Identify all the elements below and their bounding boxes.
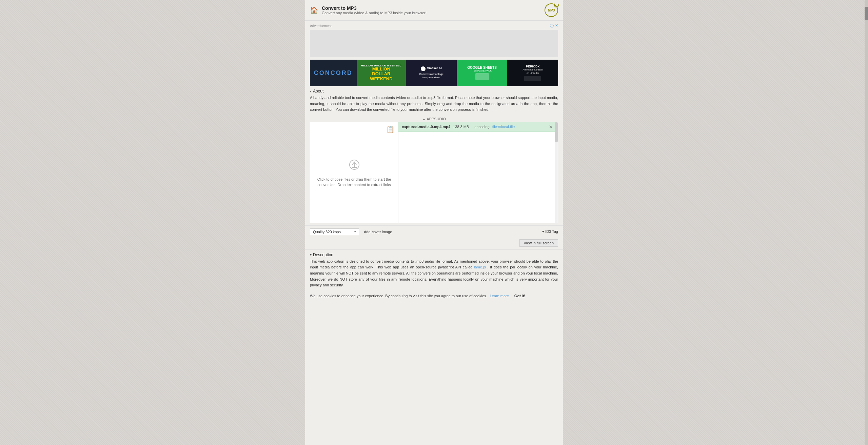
about-arrow: ▾ — [310, 89, 312, 93]
clipboard-icon: 📋 — [386, 125, 395, 134]
ad-label: Advertisement ⓘ ✕ — [310, 23, 558, 28]
promo-card-period[interactable]: PERIODX Automate outreachon LinkedIn — [507, 60, 558, 86]
file-local-link[interactable]: file:///local-file — [492, 125, 515, 129]
quality-select[interactable]: Quality 320 kbps ▾ — [310, 228, 359, 235]
period-tagline: Automate outreachon LinkedIn — [523, 68, 543, 74]
vmaker-brand: Vmaker AI — [427, 66, 442, 70]
promo-carousel: CONCORD MILLION DOLLAR WEEKEND MILLIONDO… — [310, 60, 558, 86]
got-it-button[interactable]: Got it! — [514, 294, 525, 298]
controls-bar: Quality 320 kbps ▾ Add cover image ▾ ID3… — [305, 225, 563, 238]
conversion-panel: captured-media-0.mp4.mp4 138.3 MB encodi… — [398, 122, 558, 223]
ad-banner — [310, 30, 558, 57]
drop-zone[interactable]: 📋 Click to choose files or drag them to … — [310, 122, 398, 223]
app-subtitle: Convert any media (video & audio) to MP3… — [322, 11, 427, 15]
drop-zone-text: Click to choose files or drag them to st… — [317, 177, 391, 188]
about-toggle[interactable]: ▾ About — [310, 89, 558, 94]
quality-dropdown-arrow: ▾ — [354, 230, 356, 234]
cover-image-label: cover image — [372, 230, 392, 234]
id3-tag-label: ▾ ID3 Tag — [542, 229, 558, 234]
file-info-bar: captured-media-0.mp4.mp4 138.3 MB encodi… — [398, 122, 558, 132]
add-label: Add — [364, 230, 371, 234]
id3-tag-button[interactable]: ▾ ID3 Tag — [542, 229, 558, 234]
description-label: Description — [313, 252, 333, 257]
about-section: ▾ About A handy and reliable tool to con… — [305, 86, 563, 114]
scrollbar-track[interactable] — [555, 122, 558, 223]
sheets-sub: TEMPLATE PACK — [472, 69, 492, 72]
file-size: 138.3 MB — [453, 125, 469, 129]
app-area: 📋 Click to choose files or drag them to … — [310, 122, 558, 223]
quality-value: 320 kbps — [326, 230, 341, 234]
about-text: A handy and reliable tool to convert med… — [310, 95, 558, 113]
file-name: captured-media-0.mp4.mp4 — [402, 125, 450, 129]
header-text: Convert to MP3 Convert any media (video … — [322, 5, 427, 15]
learn-more-link[interactable]: Learn more — [490, 294, 509, 298]
window-scrollbar-thumb[interactable] — [865, 7, 868, 20]
add-cover-button[interactable]: Add cover image — [362, 229, 394, 235]
period-brand: PERIODX — [526, 65, 540, 68]
conversion-content — [398, 132, 558, 217]
ad-info-icon[interactable]: ⓘ — [550, 23, 554, 28]
description-section: ▾ Description This web application is de… — [305, 249, 563, 291]
about-label: About — [313, 89, 323, 94]
lame-js-link[interactable]: lame.js — [474, 265, 486, 269]
vmaker-tagline: Convert raw footageinto pro videos — [419, 73, 443, 80]
cookies-text: We use cookies to enhance your experienc… — [310, 294, 487, 298]
ad-icons: ⓘ ✕ — [550, 23, 558, 28]
description-toggle[interactable]: ▾ Description — [310, 252, 558, 257]
ad-close-icon[interactable]: ✕ — [555, 23, 558, 28]
promo-card-million[interactable]: MILLION DOLLAR WEEKEND MILLIONDOLLARWEEK… — [357, 60, 406, 86]
encoding-label: encoding — [474, 125, 490, 129]
home-icon[interactable]: 🏠 — [310, 6, 318, 14]
view-fullscreen-button[interactable]: View in full screen — [519, 239, 558, 247]
million-main: MILLIONDOLLARWEEKEND — [370, 67, 392, 81]
appsudio-label: ▲ APPSUDIO — [310, 116, 558, 122]
app-section: ▲ APPSUDIO 📋 Click to choose files or dr… — [305, 114, 563, 225]
close-file-button[interactable]: ✕ — [548, 124, 554, 129]
promo-card-sheets[interactable]: GOOGLE SHEETS TEMPLATE PACK — [457, 60, 508, 86]
quality-label: Quality 320 kbps — [313, 230, 341, 234]
ad-section: Advertisement ⓘ ✕ — [305, 21, 563, 60]
concord-brand: CONCORD — [314, 69, 353, 77]
cookies-bar: We use cookies to enhance your experienc… — [305, 291, 563, 301]
promo-card-concord[interactable]: CONCORD — [310, 60, 357, 86]
sheets-brand: GOOGLE SHEETS — [467, 66, 497, 69]
app-title: Convert to MP3 — [322, 5, 427, 11]
scrollbar-thumb[interactable] — [555, 122, 558, 142]
app-header: 🏠 Convert to MP3 Convert any media (vide… — [305, 0, 563, 21]
window-scrollbar[interactable] — [865, 0, 868, 445]
promo-card-vmaker[interactable]: Vmaker AI Convert raw footageinto pro vi… — [406, 60, 457, 86]
description-arrow: ▾ — [310, 253, 312, 257]
upload-icon — [348, 157, 361, 174]
view-fullscreen-container: View in full screen — [305, 238, 563, 249]
description-text: This web application is designed to conv… — [310, 259, 558, 288]
mp3-logo: MP3 — [545, 3, 558, 17]
